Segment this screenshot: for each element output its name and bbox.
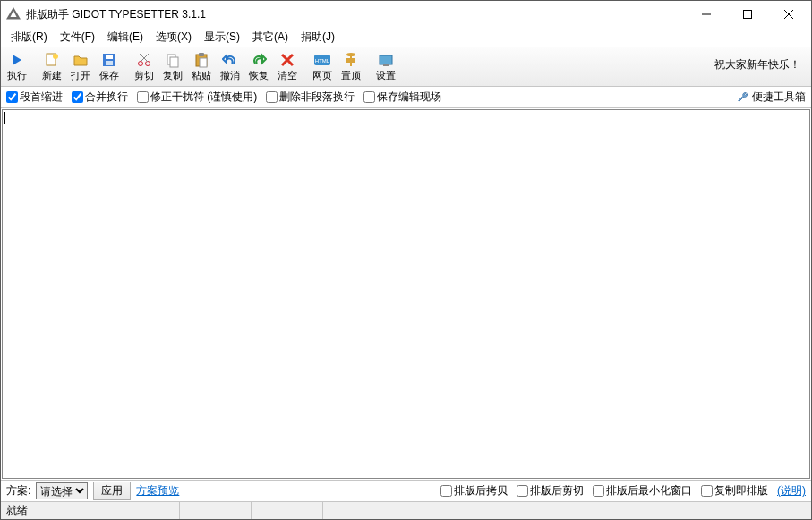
folder-open-icon	[72, 52, 90, 68]
checkbox-fix-disturb[interactable]: 修正干扰符 (谨慎使用)	[137, 90, 257, 105]
menu-edit[interactable]: 编辑(E)	[101, 28, 150, 47]
html-icon: HTML	[313, 52, 331, 68]
svg-rect-18	[200, 58, 207, 67]
cut-button[interactable]: 剪切	[130, 49, 158, 84]
svg-point-10	[139, 62, 143, 66]
menu-options[interactable]: 选项(X)	[150, 28, 198, 47]
checkbox-fix-disturb-input[interactable]	[137, 91, 149, 103]
pin-top-button[interactable]: 置顶	[337, 49, 365, 84]
checkbox-merge-lines[interactable]: 合并换行	[72, 90, 128, 105]
close-button[interactable]	[768, 1, 809, 28]
svg-rect-27	[383, 64, 389, 66]
menu-bar: 排版(R) 文件(F) 编辑(E) 选项(X) 显示(S) 其它(A) 捐助(J…	[1, 28, 811, 47]
undo-icon	[221, 52, 239, 68]
settings-icon	[377, 52, 395, 68]
redo-button[interactable]: 恢复	[244, 49, 273, 84]
window-title: 排版助手 GIDOT TYPESETTER 3.1.1	[26, 7, 686, 22]
status-cell-2	[180, 502, 252, 519]
title-bar: 排版助手 GIDOT TYPESETTER 3.1.1	[1, 1, 811, 28]
svg-rect-1	[744, 11, 752, 19]
copy-button[interactable]: 复制	[158, 49, 187, 84]
menu-typeset[interactable]: 排版(R)	[4, 28, 54, 47]
text-editor[interactable]	[2, 109, 810, 479]
copy-icon	[164, 52, 182, 68]
toolbar: 执行 新建 打开 保存 剪切 复制 粘贴 撤消 恢复 清空 HTML网页 置顶 …	[1, 47, 811, 87]
web-button[interactable]: HTML网页	[308, 49, 337, 84]
maximize-button[interactable]	[727, 1, 768, 28]
checkbox-indent-input[interactable]	[6, 91, 18, 103]
new-button[interactable]: 新建	[38, 49, 66, 84]
clear-icon	[278, 52, 296, 68]
execute-button[interactable]: 执行	[3, 49, 31, 84]
checkbox-indent[interactable]: 段首缩进	[6, 90, 63, 105]
status-cell-3	[252, 502, 323, 519]
checkbox-minimize-after[interactable]: 排版后最小化窗口	[593, 483, 692, 499]
open-button[interactable]: 打开	[66, 49, 95, 84]
pin-icon	[342, 52, 360, 68]
clear-button[interactable]: 清空	[273, 49, 302, 84]
settings-button[interactable]: 设置	[372, 49, 400, 84]
wrench-icon	[737, 91, 749, 104]
explain-link[interactable]: (说明)	[777, 483, 806, 499]
save-icon	[100, 52, 118, 68]
status-cell-4	[323, 502, 811, 519]
checkbox-paste-typeset[interactable]: 复制即排版	[701, 483, 768, 499]
checkbox-save-scene-input[interactable]	[363, 91, 375, 103]
checkbox-save-scene[interactable]: 保存编辑现场	[363, 90, 441, 105]
checkbox-del-non-paragraph[interactable]: 删除非段落换行	[266, 90, 355, 105]
undo-button[interactable]: 撤消	[216, 49, 244, 84]
status-ready: 就绪	[1, 502, 180, 519]
minimize-button[interactable]	[686, 1, 727, 28]
redo-icon	[250, 52, 268, 68]
bottom-bar: 方案: 请选择 应用 方案预览 排版后拷贝 排版后剪切 排版后最小化窗口 复制即…	[1, 480, 811, 501]
menu-file[interactable]: 文件(F)	[54, 28, 101, 47]
svg-point-6	[53, 54, 58, 59]
menu-other[interactable]: 其它(A)	[246, 28, 295, 47]
svg-point-25	[346, 53, 355, 56]
menu-display[interactable]: 显示(S)	[198, 28, 246, 47]
svg-text:HTML: HTML	[315, 58, 330, 64]
svg-rect-17	[199, 53, 204, 56]
save-button[interactable]: 保存	[95, 49, 124, 84]
svg-line-12	[141, 54, 149, 62]
toolbox-button[interactable]: 便捷工具箱	[737, 90, 806, 105]
paste-button[interactable]: 粘贴	[187, 49, 216, 84]
checkbox-del-non-paragraph-input[interactable]	[266, 91, 278, 103]
svg-rect-8	[106, 55, 113, 59]
checkbox-copy-after[interactable]: 排版后拷贝	[440, 483, 508, 499]
status-bar: 就绪	[1, 501, 811, 519]
menu-donate[interactable]: 捐助(J)	[295, 28, 341, 47]
paste-icon	[192, 52, 210, 68]
plan-label: 方案:	[6, 483, 30, 499]
play-icon	[8, 52, 26, 68]
apply-button[interactable]: 应用	[93, 482, 131, 500]
svg-point-11	[146, 62, 150, 66]
scissors-icon	[135, 52, 153, 68]
plan-select[interactable]: 请选择	[36, 482, 88, 499]
svg-rect-26	[380, 55, 392, 64]
svg-rect-15	[170, 57, 178, 67]
plan-preview-link[interactable]: 方案预览	[136, 483, 179, 499]
svg-marker-4	[13, 55, 21, 65]
svg-rect-9	[106, 61, 113, 65]
checkbox-merge-lines-input[interactable]	[72, 91, 83, 103]
text-caret	[4, 112, 5, 124]
window-buttons	[686, 1, 809, 28]
svg-line-13	[140, 54, 148, 62]
new-file-icon	[43, 52, 61, 68]
options-bar: 段首缩进 合并换行 修正干扰符 (谨慎使用) 删除非段落换行 保存编辑现场 便捷…	[1, 87, 811, 108]
checkbox-cut-after[interactable]: 排版后剪切	[517, 483, 584, 499]
greeting-text: 祝大家新年快乐！	[714, 57, 806, 76]
app-icon	[6, 7, 21, 21]
